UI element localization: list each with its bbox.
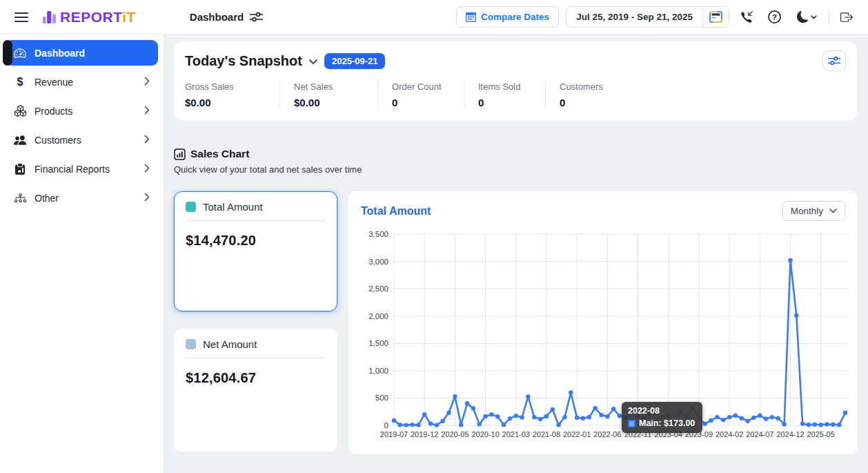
logout-icon xyxy=(840,11,853,23)
svg-text:2,000: 2,000 xyxy=(368,312,388,320)
snapshot-title: Today's Snapshot xyxy=(185,53,302,69)
chart-plot-area[interactable]: 05001,0001,5002,0002,5003,0003,5002019-0… xyxy=(358,225,848,447)
stat-value: $0.00 xyxy=(185,97,279,108)
svg-text:?: ? xyxy=(772,13,777,21)
series-swatch-icon xyxy=(186,202,196,212)
chevron-down-icon xyxy=(829,209,837,213)
chevron-right-icon xyxy=(144,77,150,88)
svg-text:2022-01: 2022-01 xyxy=(563,430,591,438)
metric-label: Total Amount xyxy=(203,201,263,213)
metric-value: $14,470.20 xyxy=(186,233,326,249)
compare-dates-label: Compare Dates xyxy=(481,12,549,22)
svg-text:2024-12: 2024-12 xyxy=(776,430,804,438)
stat-label: Order Count xyxy=(392,81,464,92)
svg-text:3,000: 3,000 xyxy=(368,258,388,266)
chart-title: Total Amount xyxy=(361,205,431,218)
svg-text:2023-04: 2023-04 xyxy=(655,430,682,438)
sliders-icon xyxy=(828,55,840,66)
svg-text:2023-09: 2023-09 xyxy=(685,430,713,438)
sidebar-item-dashboard[interactable]: Dashboard xyxy=(6,40,158,66)
dollar-icon: $ xyxy=(14,76,26,88)
svg-text:1,000: 1,000 xyxy=(368,367,388,375)
chevron-right-icon xyxy=(144,106,150,117)
topbar: REPORTiT Dashboard Compare Dates Jul 25,… xyxy=(0,0,868,35)
svg-text:3,500: 3,500 xyxy=(368,230,388,238)
svg-text:0: 0 xyxy=(384,421,388,429)
chevron-down-icon xyxy=(811,15,817,19)
stat-value: 0 xyxy=(560,97,603,108)
dark-mode-moon-icon xyxy=(797,11,809,23)
interval-select[interactable]: Monthly xyxy=(782,201,845,221)
chevron-right-icon xyxy=(144,164,150,175)
page-title: Dashboard xyxy=(190,11,244,23)
series-swatch-icon xyxy=(186,339,196,349)
bar-chart-logo-icon xyxy=(43,10,56,23)
sales-chart-panel: Total Amount Monthly 05001,0001,5002,000… xyxy=(348,191,858,454)
todays-snapshot-card: Today's Snapshot 2025-09-21 Gross Sales$… xyxy=(174,41,857,120)
svg-text:2,500: 2,500 xyxy=(368,284,388,293)
chevron-right-icon xyxy=(144,135,150,146)
stat-customers: Customers0 xyxy=(545,80,603,108)
stat-label: Customers xyxy=(560,81,603,92)
sidebar-item-revenue[interactable]: $Revenue xyxy=(6,69,158,95)
sidebar-item-label: Dashboard xyxy=(34,48,85,59)
date-picker-panel-icon xyxy=(709,11,722,23)
sidebar: Dashboard$RevenueProductsCustomersFinanc… xyxy=(0,35,164,473)
sitemap-icon xyxy=(14,192,26,204)
svg-text:2022-11: 2022-11 xyxy=(624,430,652,438)
svg-text:2021-08: 2021-08 xyxy=(533,430,560,438)
gauge-icon xyxy=(14,47,26,59)
hamburger-icon xyxy=(14,12,28,23)
boxes-icon xyxy=(14,105,26,117)
main-content: Today's Snapshot 2025-09-21 Gross Sales$… xyxy=(164,35,868,473)
calendar-icon xyxy=(466,12,476,22)
date-range-value[interactable]: Jul 25, 2019 - Sep 21, 2025 xyxy=(566,7,702,27)
stat-items-sold: Items Sold0 xyxy=(464,80,545,108)
svg-text:2025-05: 2025-05 xyxy=(807,430,834,438)
chevron-right-icon xyxy=(144,193,150,204)
clipboard-chart-icon xyxy=(14,164,26,175)
svg-text:2022-06: 2022-06 xyxy=(593,430,621,438)
people-icon xyxy=(14,134,26,146)
svg-text:2024-02: 2024-02 xyxy=(716,430,743,438)
sidebar-item-financial-reports[interactable]: Financial Reports xyxy=(6,156,158,182)
svg-text:2021-03: 2021-03 xyxy=(502,430,530,438)
sales-line-chart[interactable]: 05001,0001,5002,0002,5003,0003,5002019-0… xyxy=(358,225,848,445)
hamburger-menu-button[interactable] xyxy=(11,7,32,28)
svg-text:2020-10: 2020-10 xyxy=(471,430,499,438)
date-picker-panel-button[interactable] xyxy=(702,7,729,27)
phone-incoming-icon xyxy=(740,11,753,23)
help-circle-icon: ? xyxy=(768,10,781,23)
svg-text:2020-05: 2020-05 xyxy=(441,430,468,438)
interval-select-value: Monthly xyxy=(791,206,823,216)
sidebar-item-label: Financial Reports xyxy=(34,164,110,175)
sidebar-item-products[interactable]: Products xyxy=(6,98,158,124)
stat-value: 0 xyxy=(392,97,464,108)
sidebar-item-label: Revenue xyxy=(34,77,73,88)
snapshot-settings-button[interactable] xyxy=(822,50,846,71)
stat-value: 0 xyxy=(478,97,545,108)
theme-toggle-button[interactable] xyxy=(791,7,822,28)
sidebar-item-label: Other xyxy=(34,193,59,204)
metric-value: $12,604.67 xyxy=(186,370,326,386)
logout-button[interactable] xyxy=(836,7,857,28)
stat-order-count: Order Count0 xyxy=(377,80,464,108)
svg-text:2019-12: 2019-12 xyxy=(411,430,438,438)
topbar-divider xyxy=(829,9,829,26)
metric-label: Net Amount xyxy=(203,338,257,350)
stat-value: $0.00 xyxy=(294,97,377,108)
calls-button[interactable] xyxy=(736,7,757,28)
sidebar-item-other[interactable]: Other xyxy=(6,185,158,211)
page-settings-sliders-icon[interactable] xyxy=(250,11,263,23)
metric-card-net-amount[interactable]: Net Amount$12,604.67 xyxy=(174,329,337,452)
brand-name: REPORTiT xyxy=(60,9,136,26)
brand-logo[interactable]: REPORTiT xyxy=(43,9,136,26)
help-button[interactable]: ? xyxy=(764,7,785,28)
sidebar-item-customers[interactable]: Customers xyxy=(6,127,158,153)
sales-section-subtitle: Quick view of your total and net sales o… xyxy=(174,164,857,175)
metric-card-total-amount[interactable]: Total Amount$14,470.20 xyxy=(174,191,337,311)
compare-dates-button[interactable]: Compare Dates xyxy=(456,6,559,28)
chevron-down-icon[interactable] xyxy=(309,59,317,65)
stat-label: Items Sold xyxy=(478,81,545,92)
sales-section-title: Sales Chart xyxy=(190,148,249,160)
